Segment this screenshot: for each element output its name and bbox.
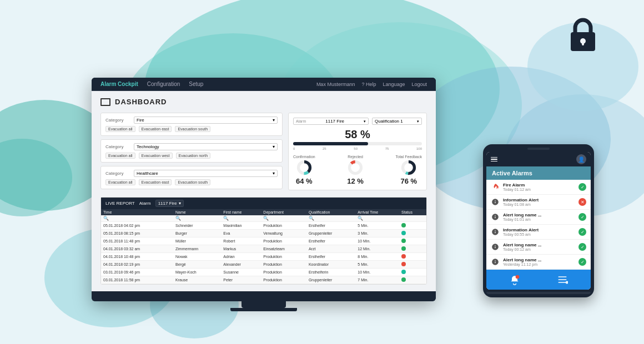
live-report-title: LIVE REPORT (105, 201, 135, 206)
evac-btn-health-all[interactable]: Evacuation all (105, 179, 135, 185)
status-dot (401, 239, 406, 243)
lock-icon (566, 17, 600, 58)
alarm-status-icon: ✓ (578, 243, 586, 251)
category-group-fire: Category Fire ▾ Evacuation all Evacuatio… (100, 113, 283, 136)
category-group-tech: Category Technology ▾ Evacuation all Eva… (100, 139, 283, 163)
live-report-alarm-select[interactable]: 1117 Fire ▾ (155, 200, 184, 207)
alarm-item-type-icon (491, 242, 500, 251)
search-time-icon[interactable]: 🔍 (103, 216, 109, 221)
nav-user: Max Mustermann (316, 82, 355, 87)
col-arrival: Arrival Time (355, 209, 399, 215)
nav-logout[interactable]: Logout (411, 82, 427, 87)
monitor-frame: Alarm Cockpit Configuration Setup Max Mu… (92, 78, 436, 301)
alarm-name: Information Alert (503, 198, 575, 203)
alarm-name: Information Alert (503, 227, 575, 232)
alarm-status-icon: ✓ (578, 183, 586, 191)
category-select-health[interactable]: Healthcare ▾ (134, 170, 278, 177)
category-filters: Category Fire ▾ Evacuation all Evacuatio… (100, 113, 283, 193)
search-name-icon[interactable]: 🔍 (175, 216, 181, 221)
search-arrival-icon[interactable]: 🔍 (358, 216, 363, 221)
alarm-name: Alert long name ... (503, 213, 575, 217)
search-qual-icon[interactable]: 🔍 (309, 216, 314, 221)
alarm-item-type-icon (491, 183, 500, 191)
category-label-3: Category (105, 171, 130, 176)
status-dot (401, 254, 406, 259)
hamburger-icon[interactable] (491, 157, 497, 162)
desktop-monitor: Alarm Cockpit Configuration Setup Max Mu… (92, 78, 436, 311)
nav-user-area: Max Mustermann ? Help Language Logout (316, 82, 427, 87)
phone-screen: 👤 Active Alarms Fire AlarmToday 01:12 am… (486, 152, 591, 290)
progress-bar (293, 142, 422, 145)
svg-rect-13 (582, 41, 584, 45)
evac-btn-tech-all[interactable]: Evacuation all (105, 153, 135, 159)
page-title: DASHBOARD (115, 98, 167, 106)
alarm-list-item[interactable]: Information AlertToday 01:08 am✕ (486, 195, 591, 210)
feedback-percent: 58 % (293, 128, 422, 141)
col-time: Time (101, 209, 173, 215)
search-firstname-icon[interactable]: 🔍 (223, 216, 229, 221)
phone-nav-bell[interactable] (507, 273, 522, 286)
alarm-time: Today 01:01 am (503, 217, 575, 221)
category-select-tech[interactable]: Technology ▾ (134, 143, 278, 150)
qualification-select[interactable]: Qualification 1 ▾ (372, 118, 422, 125)
alarm-select[interactable]: Alarm 1117 Fire ▾ (293, 118, 369, 125)
status-dot (401, 262, 406, 266)
svg-text:!: ! (567, 282, 567, 284)
nav-setup[interactable]: Setup (189, 81, 203, 87)
svg-rect-24 (559, 279, 567, 280)
table-row: 05.01.2018 08:15 pmBurgerEvaVerwaltungGr… (101, 230, 426, 237)
nav-alarm-cockpit[interactable]: Alarm Cockpit (100, 81, 138, 87)
evac-btn-tech-north[interactable]: Evacuation north (176, 153, 211, 159)
col-firstname: First name (221, 209, 261, 215)
table-row: 04.01.2018 02:19 pmBergéAlexanderProdukt… (101, 261, 426, 269)
dashboard-grid: Category Fire ▾ Evacuation all Evacuatio… (100, 113, 427, 193)
evac-btn-fire-east[interactable]: Evacuation east (139, 126, 172, 132)
phone-avatar-icon[interactable]: 👤 (576, 154, 586, 164)
nav-links: Alarm Cockpit Configuration Setup (100, 81, 203, 87)
alarm-list-item[interactable]: Alert long name ...Today 00:12 am✓ (486, 240, 591, 255)
alarm-list-item[interactable]: Alert long name ...Today 01:01 am✓ (486, 210, 591, 225)
monitor-screen: Alarm Cockpit Configuration Setup Max Mu… (92, 78, 436, 291)
nav-language[interactable]: Language (383, 82, 405, 87)
active-alarms-header: Active Alarms (486, 166, 591, 180)
status-dot (401, 277, 406, 282)
live-report-alarm-label: Alarm (139, 201, 151, 206)
progress-labels: 0255075100 (293, 147, 422, 150)
alarm-status-icon: ✓ (578, 228, 586, 236)
alarm-time: Today 01:12 am (503, 188, 575, 191)
search-dept-icon[interactable]: 🔍 (263, 216, 269, 221)
alarm-list-item[interactable]: Fire AlarmToday 01:12 am✓ (486, 180, 591, 195)
table-row: 05.01.2018 04:02 pmSchneiderMaximilianPr… (101, 222, 426, 230)
svg-point-22 (516, 275, 520, 279)
status-dot (401, 231, 406, 235)
category-label-2: Category (105, 144, 130, 149)
phone-nav-list[interactable]: ! (555, 273, 570, 286)
nav-configuration[interactable]: Configuration (147, 81, 180, 87)
evac-btn-fire-south[interactable]: Evacuation south (175, 126, 210, 132)
category-select-fire[interactable]: Fire ▾ (134, 117, 278, 124)
monitor-stand (242, 301, 286, 308)
category-label-1: Category (105, 118, 130, 123)
evac-btn-health-east[interactable]: Evacuation east (139, 179, 172, 185)
status-dot (401, 270, 406, 274)
alarm-time: Today 00:12 am (503, 247, 575, 251)
table-row: 05.01.2018 11:48 pmMüllerRobertProduktio… (101, 237, 426, 245)
stats-panel: Alarm 1117 Fire ▾ Qualification 1 ▾ 58 % (288, 113, 427, 193)
dashboard-icon (100, 98, 110, 106)
phone-topbar: 👤 (486, 152, 591, 166)
evac-btn-health-south[interactable]: Evacuation south (175, 179, 210, 185)
evac-btn-fire-all[interactable]: Evacuation all (105, 126, 135, 132)
alarm-list: Fire AlarmToday 01:12 am✓Information Ale… (486, 180, 591, 270)
stat-total-feedback: Total Feedback 76 % (396, 155, 422, 185)
phone-bottom-nav: ! (486, 270, 591, 290)
live-report-section: LIVE REPORT Alarm 1117 Fire ▾ Time (100, 197, 427, 285)
phone-frame: 👤 Active Alarms Fire AlarmToday 01:12 am… (483, 144, 594, 297)
alarm-list-item[interactable]: Alert long name ...Yesterday 11:12 pm✓ (486, 255, 591, 270)
evac-btn-tech-west[interactable]: Evacuation west (139, 153, 173, 159)
phone-home-bar (486, 292, 591, 294)
alarm-list-item[interactable]: Information AlertToday 00:55 am✓ (486, 225, 591, 240)
monitor-base (92, 291, 436, 301)
nav-help[interactable]: ? Help (361, 82, 376, 87)
alarm-status-icon: ✓ (578, 213, 586, 221)
alarm-time: Today 00:55 am (503, 232, 575, 236)
